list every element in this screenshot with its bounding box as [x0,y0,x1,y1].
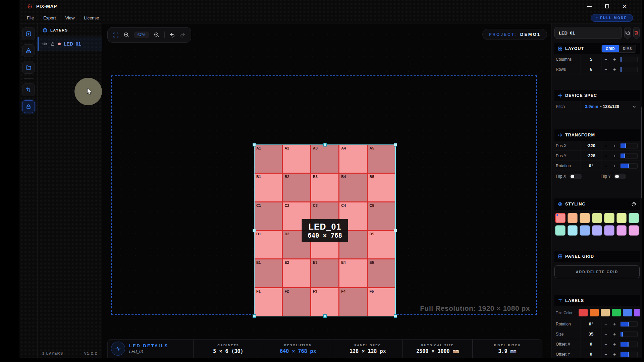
fit-view-button[interactable] [113,32,119,38]
selection-handle-n[interactable] [323,143,327,146]
maximize-button[interactable] [603,3,611,10]
label-offset-x-decrement-button[interactable]: − [601,342,610,347]
pos-y-slider[interactable] [620,153,638,159]
redo-button[interactable] [180,32,185,38]
label-size-decrement-button[interactable]: − [601,331,610,337]
label-offset-x-slider[interactable] [620,342,638,347]
zoom-in-button[interactable] [123,32,129,38]
menu-item-view[interactable]: View [65,15,75,20]
styling-swatch-9[interactable] [580,225,590,236]
menu-item-license[interactable]: License [84,15,99,20]
scrollbar-thumb[interactable] [641,107,642,198]
text-color-swatch-4[interactable] [623,309,632,316]
text-color-swatch-5[interactable] [634,309,640,316]
text-color-swatch-1[interactable] [590,309,599,316]
columns-increment-button[interactable]: + [610,57,619,62]
cabinet-cell-A5[interactable]: A5 [368,145,395,173]
cabinet-cell-A3[interactable]: A3 [311,145,338,173]
cabinet-cell-B2[interactable]: B2 [283,174,310,201]
cabinet-cell-F1[interactable]: F1 [255,288,282,316]
cabinet-cell-F4[interactable]: F4 [339,288,367,316]
flip-y-toggle[interactable] [614,174,626,179]
flip-x-toggle[interactable] [570,174,582,179]
rows-increment-button[interactable]: + [610,67,619,72]
styling-swatch-6[interactable] [629,213,639,223]
styling-swatch-7[interactable] [555,225,566,236]
cabinet-cell-B1[interactable]: B1 [255,174,282,201]
styling-swatch-11[interactable] [604,225,614,236]
styling-swatch-3[interactable] [592,213,602,223]
text-color-swatch-2[interactable] [601,309,610,316]
cabinet-cell-A2[interactable]: A2 [283,145,310,173]
cabinet-cell-F3[interactable]: F3 [311,288,338,316]
pos-y-decrement-button[interactable]: − [601,153,610,159]
undo-button[interactable] [169,32,175,38]
selection-handle-sw[interactable] [253,314,256,318]
label-offset-y-slider[interactable] [620,352,638,357]
selection-handle-s[interactable] [323,314,327,318]
add-delete-grid-button[interactable]: ADD/DELETE GRID [554,265,640,278]
close-button[interactable]: ✕ [621,3,628,10]
unlock-icon[interactable] [50,42,55,46]
styling-swatch-5[interactable] [616,213,627,223]
layer-name-input[interactable] [554,27,622,39]
cabinet-cell-C1[interactable]: C1 [255,202,282,230]
cabinet-cell-D5[interactable]: D5 [368,231,395,258]
cabinet-cell-F5[interactable]: F5 [368,288,395,316]
label-offset-y-decrement-button[interactable]: − [601,352,610,357]
label-offset-y-increment-button[interactable]: + [610,352,619,357]
columns-decrement-button[interactable]: − [601,57,610,62]
cabinet-cell-E4[interactable]: E4 [339,259,367,287]
tab-dims[interactable]: DIMS [619,45,636,52]
menu-item-file[interactable]: File [27,15,34,20]
lock-tool-button[interactable] [22,100,35,113]
cabinet-grid[interactable]: LED_01 640 × 768 A1A2A3A4A5B1B2B3B4B5C1C… [255,145,395,316]
cabinet-cell-E3[interactable]: E3 [311,259,338,287]
rotation-decrement-button[interactable]: − [601,163,610,169]
pos-x-slider[interactable] [620,143,638,148]
selection-handle-w[interactable] [253,229,256,232]
styling-swatch-0[interactable] [555,213,566,223]
cabinet-cell-A1[interactable]: A1 [255,145,282,173]
folder-button[interactable] [22,61,35,74]
text-color-swatch-3[interactable] [612,309,621,316]
delete-layer-button[interactable] [633,27,640,39]
cabinet-cell-E2[interactable]: E2 [283,259,310,287]
duplicate-layer-button[interactable] [624,27,631,39]
label-rotation-decrement-button[interactable]: − [601,321,610,327]
selection-handle-e[interactable] [394,229,397,232]
rotation-increment-button[interactable]: + [610,163,619,169]
cabinet-cell-B5[interactable]: B5 [368,174,395,201]
styling-swatch-10[interactable] [592,225,602,236]
pitch-dropdown[interactable]: 3.9mm - 128x128 [581,101,640,112]
cabinet-cell-B4[interactable]: B4 [339,174,367,201]
styling-swatch-2[interactable] [580,213,590,223]
label-size-increment-button[interactable]: + [610,331,619,337]
zoom-level-badge[interactable]: 57% [134,32,149,38]
selection-handle-ne[interactable] [394,143,397,146]
rotation-slider[interactable] [620,163,638,169]
add-layer-button[interactable] [22,27,35,40]
pos-x-increment-button[interactable]: + [610,143,619,148]
label-offset-x-increment-button[interactable]: + [610,342,619,347]
shapes-tool-button[interactable] [22,44,35,57]
selection-handle-nw[interactable] [253,143,256,146]
label-rotation-increment-button[interactable]: + [610,321,619,327]
minimize-button[interactable] [586,3,593,10]
cabinet-cell-E5[interactable]: E5 [368,259,395,287]
pos-x-decrement-button[interactable]: − [601,143,610,148]
visibility-eye-icon[interactable] [42,41,47,47]
label-rotation-slider[interactable] [620,321,638,327]
cabinet-cell-C5[interactable]: C5 [368,202,395,230]
full-mode-button[interactable]: • FULL MODE [591,14,633,22]
rows-slider[interactable] [620,67,638,72]
cabinet-cell-D1[interactable]: D1 [255,231,282,258]
styling-swatch-13[interactable] [629,225,639,236]
label-size-slider[interactable] [620,331,638,337]
cabinet-cell-B3[interactable]: B3 [311,174,338,201]
crop-tool-button[interactable] [22,83,35,96]
selection-handle-se[interactable] [394,314,397,318]
text-color-swatch-0[interactable] [579,309,588,316]
cabinet-cell-A4[interactable]: A4 [339,145,367,173]
palette-icon[interactable] [631,202,636,207]
